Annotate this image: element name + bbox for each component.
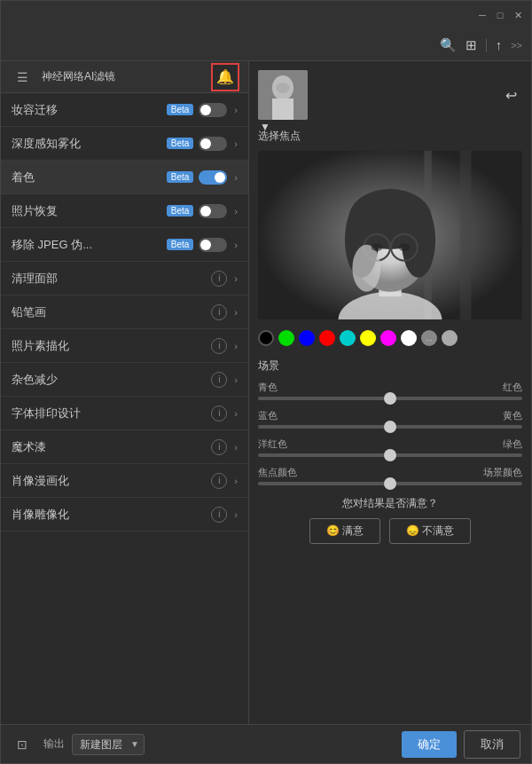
bottom-bar: ⊡ 输出 新建图层 当前图层 新建文档 ▼ 确定 取消 xyxy=(1,724,531,763)
bottom-layers-icon[interactable]: ⊡ xyxy=(12,734,33,755)
slider-thumb[interactable] xyxy=(384,477,396,490)
color-dot[interactable] xyxy=(299,330,315,346)
slider-row: 蓝色黄色 xyxy=(258,409,522,429)
filter-item[interactable]: 妆容迁移Beta› xyxy=(1,93,248,127)
color-palette-row: ... xyxy=(258,327,522,350)
color-dot[interactable] xyxy=(401,330,417,346)
filter-toggle[interactable] xyxy=(199,204,227,218)
main-window: ─ □ ✕ 🔍 ⊞ ↑ >> ☰ 神经网络AI滤镜 🔔 妆容迁移Beta›深度感… xyxy=(0,0,532,764)
filter-arrow-icon: › xyxy=(234,240,238,250)
slider-right-label: 场景颜色 xyxy=(483,466,522,479)
color-dot[interactable] xyxy=(340,330,356,346)
filter-info-icon[interactable]: i xyxy=(211,406,227,421)
slider-right-label: 绿色 xyxy=(503,437,522,451)
filter-list: 妆容迁移Beta›深度感知雾化Beta›着色Beta›照片恢复Beta›移除 J… xyxy=(1,93,248,724)
panel-title: 神经网络AI滤镜 xyxy=(42,69,115,84)
filter-item[interactable]: 铅笔画i› xyxy=(1,295,248,329)
toolbar: 🔍 ⊞ ↑ >> xyxy=(1,29,531,61)
filter-arrow-icon: › xyxy=(234,138,238,149)
thumbnail-chevron[interactable]: ▼ xyxy=(260,121,270,133)
layout-icon[interactable]: ⊞ xyxy=(466,37,477,53)
output-select[interactable]: 新建图层 当前图层 新建文档 xyxy=(72,734,145,755)
filter-info-icon[interactable]: i xyxy=(211,507,227,523)
slider-row: 焦点颜色场景颜色 xyxy=(258,466,522,485)
svg-point-13 xyxy=(402,202,435,278)
color-dot[interactable] xyxy=(380,330,396,346)
color-dot[interactable] xyxy=(258,330,274,346)
filter-item[interactable]: 肖像雕像化i› xyxy=(1,498,248,532)
filter-item-name: 字体排印设计 xyxy=(12,406,211,421)
color-dot[interactable] xyxy=(319,330,335,346)
satisfaction-buttons: 😊 满意 😞 不满意 xyxy=(309,518,472,544)
color-dot-gray[interactable] xyxy=(442,330,458,346)
svg-point-18 xyxy=(372,244,383,252)
filter-info-icon[interactable]: i xyxy=(211,338,227,354)
filter-item[interactable]: 着色Beta› xyxy=(1,161,248,194)
filter-item[interactable]: 字体排印设计i› xyxy=(1,397,248,430)
slider-right-label: 黄色 xyxy=(503,409,522,422)
filter-info-icon[interactable]: i xyxy=(211,304,227,320)
share-icon[interactable]: ↑ xyxy=(496,37,503,52)
slider-track[interactable] xyxy=(258,425,522,429)
title-bar: ─ □ ✕ xyxy=(1,1,531,29)
filter-arrow-icon: › xyxy=(234,105,238,115)
satisfy-yes-button[interactable]: 😊 满意 xyxy=(309,518,380,544)
slider-group: 青色红色蓝色黄色洋红色绿色焦点颜色场景颜色 xyxy=(258,381,522,485)
filter-toggle[interactable] xyxy=(199,170,227,185)
slider-thumb[interactable] xyxy=(384,392,396,405)
filter-toggle[interactable] xyxy=(199,238,227,252)
preview-header: ▼ ↩ xyxy=(258,70,522,120)
filter-item-name: 杂色减少 xyxy=(12,372,211,388)
filter-item[interactable]: 杂色减少i› xyxy=(1,363,248,397)
color-dot[interactable] xyxy=(278,330,294,346)
filter-item[interactable]: 魔术漆i› xyxy=(1,430,248,464)
filter-item[interactable]: 清理面部i› xyxy=(1,262,248,295)
confirm-button[interactable]: 确定 xyxy=(402,731,457,758)
preview-image xyxy=(258,151,522,319)
filter-item[interactable]: 照片恢复Beta› xyxy=(1,194,248,228)
filter-beta-badge: Beta xyxy=(167,205,194,217)
filter-item[interactable]: 深度感知雾化Beta› xyxy=(1,127,248,161)
slider-left-label: 青色 xyxy=(258,381,278,394)
color-more-icon[interactable]: ... xyxy=(421,330,437,346)
filter-item-name: 着色 xyxy=(12,169,167,185)
search-icon[interactable]: 🔍 xyxy=(440,37,457,53)
slider-thumb[interactable] xyxy=(384,449,396,461)
close-btn[interactable]: ✕ xyxy=(512,9,524,21)
filter-beta-badge: Beta xyxy=(167,138,194,149)
panel-toggle-icon[interactable]: ☰ xyxy=(10,65,35,90)
filter-info-icon[interactable]: i xyxy=(211,372,227,388)
slider-track[interactable] xyxy=(258,482,522,485)
slider-track[interactable] xyxy=(258,453,522,457)
scene-label: 场景 xyxy=(258,358,522,374)
right-panel: ▼ ↩ 选择焦点 xyxy=(249,61,531,724)
thumbnail[interactable] xyxy=(258,70,308,120)
color-dot[interactable] xyxy=(360,330,376,346)
slider-left-label: 洋红色 xyxy=(258,437,287,451)
filter-toggle[interactable] xyxy=(199,137,227,151)
notification-icon[interactable]: 🔔 xyxy=(211,63,239,91)
svg-rect-4 xyxy=(258,70,308,120)
maximize-btn[interactable]: □ xyxy=(494,9,506,21)
thumbnail-image xyxy=(258,70,308,120)
cancel-button[interactable]: 取消 xyxy=(464,730,520,759)
satisfy-no-button[interactable]: 😞 不满意 xyxy=(389,518,471,544)
expand-icon[interactable]: >> xyxy=(511,40,522,51)
filter-info-icon[interactable]: i xyxy=(211,473,227,489)
slider-track[interactable] xyxy=(258,397,522,400)
minimize-btn[interactable]: ─ xyxy=(476,9,489,21)
filter-item[interactable]: 照片素描化i› xyxy=(1,329,248,363)
filter-item[interactable]: 移除 JPEG 伪...Beta› xyxy=(1,228,248,262)
filter-arrow-icon: › xyxy=(234,509,238,520)
slider-thumb[interactable] xyxy=(384,421,396,433)
toolbar-separator xyxy=(486,38,487,52)
filter-arrow-icon: › xyxy=(234,172,238,183)
filter-toggle[interactable] xyxy=(199,103,227,117)
filter-item-name: 照片素描化 xyxy=(12,338,211,354)
undo-button[interactable]: ↩ xyxy=(499,83,522,106)
filter-item[interactable]: 肖像漫画化i› xyxy=(1,464,248,498)
filter-arrow-icon: › xyxy=(234,307,238,318)
panel-header: ☰ 神经网络AI滤镜 🔔 xyxy=(1,61,248,93)
filter-info-icon[interactable]: i xyxy=(211,439,227,455)
filter-info-icon[interactable]: i xyxy=(211,271,227,287)
